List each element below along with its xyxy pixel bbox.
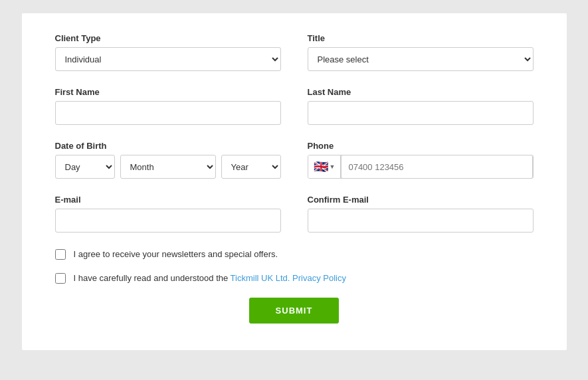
row-emails: E-mail Confirm E-mail bbox=[55, 195, 534, 233]
newsletter-checkbox[interactable] bbox=[55, 249, 66, 260]
confirm-email-label: Confirm E-mail bbox=[308, 195, 534, 205]
submit-row: SUBMIT bbox=[55, 298, 534, 324]
last-name-group: Last Name bbox=[308, 87, 534, 125]
phone-group: Phone 🇬🇧 ▼ bbox=[308, 141, 534, 179]
privacy-checkbox[interactable] bbox=[55, 273, 66, 284]
privacy-checkbox-label[interactable]: I have carefully read and understood the… bbox=[74, 272, 346, 284]
dob-label: Date of Birth bbox=[55, 141, 281, 151]
client-type-label: Client Type bbox=[55, 33, 281, 43]
last-name-label: Last Name bbox=[308, 87, 534, 97]
submit-button[interactable]: SUBMIT bbox=[249, 298, 340, 324]
email-label: E-mail bbox=[55, 195, 281, 205]
title-label: Title bbox=[308, 33, 534, 43]
uk-flag-icon: 🇬🇧 bbox=[314, 161, 328, 173]
first-name-label: First Name bbox=[55, 87, 281, 97]
dob-day-select[interactable]: Day for(let i=1;i<=31;i++) document.writ… bbox=[55, 155, 115, 179]
newsletter-checkbox-row: I agree to receive your newsletters and … bbox=[55, 248, 534, 260]
email-input[interactable] bbox=[55, 209, 281, 233]
first-name-group: First Name bbox=[55, 87, 281, 125]
row-dob-phone: Date of Birth Day for(let i=1;i<=31;i++)… bbox=[55, 141, 534, 179]
client-type-select[interactable]: Individual Corporate bbox=[55, 47, 281, 71]
last-name-input[interactable] bbox=[308, 101, 534, 125]
row-client-title: Client Type Individual Corporate Title P… bbox=[55, 33, 534, 71]
phone-number-input[interactable] bbox=[341, 155, 532, 179]
row-names: First Name Last Name bbox=[55, 87, 534, 125]
title-select[interactable]: Please select Mr Mrs Ms Dr bbox=[308, 47, 534, 71]
privacy-checkbox-row: I have carefully read and understood the… bbox=[55, 272, 534, 284]
flag-caret-icon: ▼ bbox=[330, 163, 336, 170]
dob-month-select[interactable]: Month January February March April May J… bbox=[120, 155, 216, 179]
newsletter-checkbox-label[interactable]: I agree to receive your newsletters and … bbox=[74, 248, 278, 260]
phone-flag-selector[interactable]: 🇬🇧 ▼ bbox=[308, 155, 342, 178]
phone-label: Phone bbox=[308, 141, 534, 151]
phone-input-group: 🇬🇧 ▼ bbox=[308, 155, 534, 179]
dob-group: Date of Birth Day for(let i=1;i<=31;i++)… bbox=[55, 141, 281, 179]
title-group: Title Please select Mr Mrs Ms Dr bbox=[308, 33, 534, 71]
privacy-text-before: I have carefully read and understood the bbox=[74, 273, 231, 283]
email-group: E-mail bbox=[55, 195, 281, 233]
privacy-policy-link[interactable]: Tickmill UK Ltd. Privacy Policy bbox=[231, 273, 346, 283]
confirm-email-group: Confirm E-mail bbox=[308, 195, 534, 233]
dob-selects: Day for(let i=1;i<=31;i++) document.writ… bbox=[55, 155, 281, 179]
client-type-group: Client Type Individual Corporate bbox=[55, 33, 281, 71]
form-card: Client Type Individual Corporate Title P… bbox=[22, 13, 567, 350]
first-name-input[interactable] bbox=[55, 101, 281, 125]
dob-year-select[interactable]: Year for(let y=2024;y>=1920;y--) documen… bbox=[221, 155, 281, 179]
confirm-email-input[interactable] bbox=[308, 209, 534, 233]
